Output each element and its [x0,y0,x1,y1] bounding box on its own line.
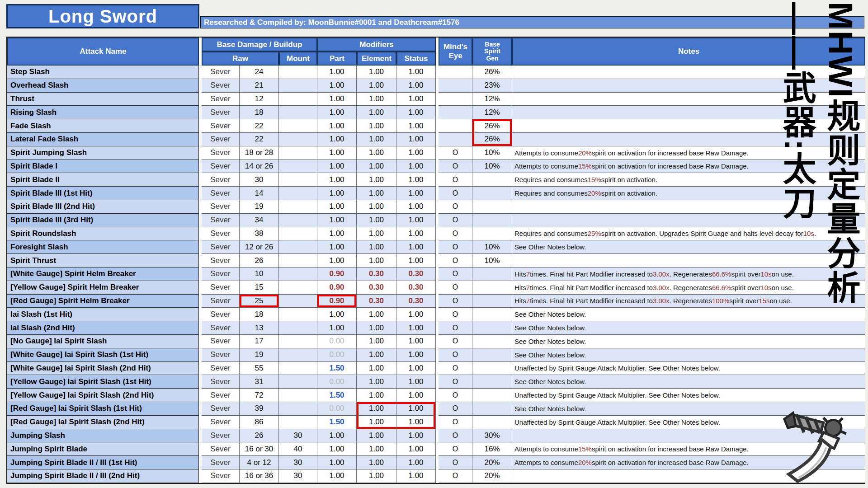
spirit-gen-cell [472,173,512,187]
mount-damage-cell [279,173,317,187]
minds-eye-cell: O [439,375,472,389]
mount-damage-cell [279,200,317,214]
status-modifier-cell: 1.00 [396,173,436,187]
notes-cell [512,200,865,214]
notes-cell: See Other Notes below. [512,308,865,321]
damage-type-cell: Sever [202,200,240,214]
table-row: [White Gauge] Iai Spirit Slash (2nd Hit)… [7,362,865,375]
part-modifier-cell: 0.00 [317,335,357,348]
mount-damage-cell [279,133,317,146]
damage-type-cell: Sever [202,66,240,79]
damage-type-cell: Sever [202,133,240,146]
table-row: Spirit Blade III (3rd Hit) Sever 34 1.00… [7,214,865,227]
mount-damage-cell [279,93,317,106]
part-modifier-cell: 1.00 [317,469,357,483]
attack-name-cell: Overhead Slash [7,79,199,93]
status-modifier-cell: 1.00 [396,240,436,254]
attack-name-cell: [White Gauge] Spirit Helm Breaker [7,267,199,281]
element-modifier-cell: 1.00 [357,214,396,227]
notes-cell: Attempts to consume 15% spirit on activa… [512,160,865,174]
raw-damage-cell: 10 [240,267,279,281]
raw-damage-cell: 16 or 30 [240,442,279,456]
notes-cell: See Other Notes below. [512,240,865,254]
table-row: Jumping Spirit Blade Sever 16 or 30 40 1… [7,442,865,456]
spirit-gen-cell [472,227,512,241]
element-modifier-cell: 1.00 [357,429,396,443]
status-modifier-cell: 1.00 [396,308,436,321]
mount-damage-cell [279,146,317,160]
spirit-gen-cell: 12% [472,93,512,106]
status-modifier-cell: 1.00 [396,469,436,483]
attack-name-cell: [Red Gauge] Spirit Helm Breaker [7,295,199,308]
status-modifier-cell: 1.00 [396,402,436,416]
attack-name-cell: Spirit Blade III (1st Hit) [7,187,199,200]
spirit-gen-cell: 26% [472,66,512,79]
spirit-gen-cell [472,187,512,200]
status-modifier-cell: 1.00 [396,227,436,241]
column-group-base-damage: Base Damage / Buildup Raw Mount [202,38,317,66]
table-header: Attack Name Base Damage / Buildup Raw Mo… [7,37,865,66]
status-modifier-cell: 1.00 [396,375,436,389]
part-modifier-cell: 0.00 [317,402,357,416]
attack-name-cell: Jumping Spirit Blade [7,442,199,456]
raw-damage-cell: 12 or 26 [240,240,279,254]
raw-damage-cell: 39 [240,402,279,416]
spirit-gen-cell [472,416,512,429]
damage-type-cell: Sever [202,187,240,200]
table-row: Spirit Blade II Sever 30 1.00 1.00 1.00 … [7,173,865,187]
element-modifier-cell: 0.30 [357,295,396,308]
table-row: Jumping Slash Sever 26 30 1.00 1.00 1.00… [7,429,865,443]
element-modifier-cell: 0.30 [357,267,396,281]
status-modifier-cell: 0.30 [396,281,436,295]
minds-eye-cell: O [439,240,472,254]
raw-damage-cell: 22 [240,133,279,146]
table-row: Jumping Spirit Blade II / III (2nd Hit) … [7,469,865,483]
part-modifier-cell: 1.00 [317,187,357,200]
status-modifier-cell: 1.00 [396,119,436,133]
raw-damage-cell: 15 [240,281,279,295]
notes-cell: Requires and consumes 15% spirit on acti… [512,173,865,187]
damage-type-cell: Sever [202,214,240,227]
raw-damage-cell: 34 [240,214,279,227]
damage-type-cell: Sever [202,362,240,375]
attack-name-cell: Fade Slash [7,119,199,133]
raw-damage-cell: 38 [240,227,279,241]
minds-eye-cell: O [439,295,472,308]
attack-name-cell: Jumping Spirit Blade II / III (1st Hit) [7,456,199,469]
damage-type-cell: Sever [202,160,240,174]
attack-name-cell: Spirit Thrust [7,254,199,267]
minds-eye-cell: O [439,348,472,362]
minds-eye-cell: O [439,173,472,187]
spirit-gen-cell [472,295,512,308]
status-modifier-cell: 1.00 [396,66,436,79]
minds-eye-cell: O [439,442,472,456]
part-modifier-cell: 1.00 [317,214,357,227]
part-modifier-cell: 0.00 [317,348,357,362]
status-modifier-cell: 1.00 [396,200,436,214]
raw-damage-cell: 13 [240,321,279,335]
minds-eye-cell: O [439,187,472,200]
status-modifier-cell: 1.00 [396,348,436,362]
table-row: [No Gauge] Iai Spirit Slash Sever 17 0.0… [7,335,865,348]
status-modifier-cell: 1.00 [396,106,436,119]
minds-eye-cell [439,106,472,119]
part-modifier-cell: 1.00 [317,456,357,469]
part-modifier-cell: 1.00 [317,254,357,267]
table-row: Spirit Jumping Slash Sever 18 or 28 1.00… [7,146,865,160]
column-group-modifiers: Modifiers Part Element Status [317,38,436,66]
mount-damage-cell [279,267,317,281]
element-modifier-cell: 1.00 [357,146,396,160]
raw-damage-cell: 18 [240,308,279,321]
part-modifier-cell: 0.90 [317,295,357,308]
element-modifier-cell: 1.00 [357,321,396,335]
status-modifier-cell: 0.30 [396,295,436,308]
part-modifier-cell: 1.00 [317,442,357,456]
table-row: [White Gauge] Spirit Helm Breaker Sever … [7,267,865,281]
spirit-gen-cell: 30% [472,429,512,443]
table-row: [Yellow Gauge] Iai Spirit Slash (1st Hit… [7,375,865,389]
attack-name-cell: Jumping Slash [7,429,199,443]
part-modifier-cell: 0.90 [317,281,357,295]
spirit-gen-cell [472,200,512,214]
attack-name-cell: Step Slash [7,66,199,79]
part-modifier-cell: 1.00 [317,66,357,79]
